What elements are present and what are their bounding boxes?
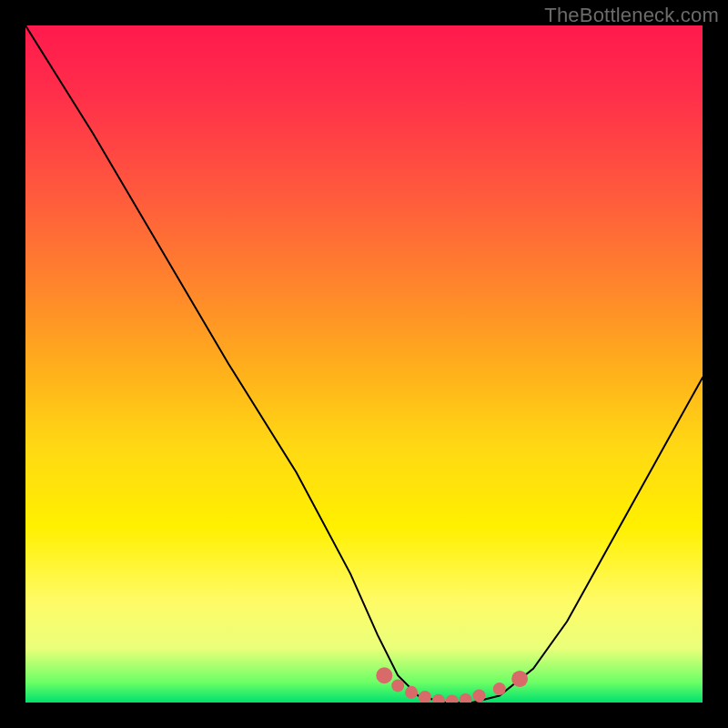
watermark-text: TheBottleneck.com (544, 4, 719, 27)
optimum-marker (419, 691, 431, 703)
optimum-marker-group (376, 667, 528, 703)
plot-svg-layer (25, 25, 703, 703)
optimum-marker (446, 695, 459, 703)
optimum-marker (376, 667, 392, 683)
optimum-marker (405, 686, 418, 699)
chart-frame: TheBottleneck.com (0, 0, 728, 728)
optimum-marker (391, 679, 404, 692)
optimum-marker (460, 693, 472, 703)
optimum-marker (472, 690, 485, 703)
optimum-marker (511, 671, 528, 687)
optimum-marker (432, 694, 445, 703)
optimum-marker (493, 682, 506, 695)
bottleneck-curve (25, 25, 703, 703)
